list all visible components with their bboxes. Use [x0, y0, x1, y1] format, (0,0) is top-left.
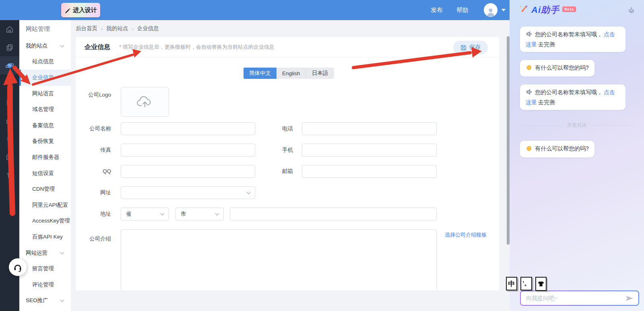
sidebar-title: 网站管理	[19, 20, 71, 38]
sidebar-item-mail-server[interactable]: 邮件服务器	[19, 149, 71, 165]
home-icon[interactable]	[0, 20, 19, 38]
sidebar-item-messages[interactable]: 留言管理	[19, 261, 71, 277]
support-button[interactable]	[9, 258, 27, 276]
main-content: 后台首页 › 我的站点 › 企业信息 企业信息 * 填写企业信息后，更换模板时，…	[71, 20, 510, 311]
chevron-down-icon[interactable]	[502, 9, 506, 11]
wave-hand-icon	[526, 64, 533, 73]
pencil-icon	[64, 7, 70, 13]
breadcrumb-home[interactable]: 后台首页	[76, 25, 97, 32]
breadcrumb: 后台首页 › 我的站点 › 企业信息	[71, 20, 510, 37]
briefcase-icon[interactable]	[0, 112, 19, 130]
tab-simplified-chinese[interactable]: 简体中文	[244, 68, 277, 79]
company-intro-label: 公司介绍	[76, 233, 111, 245]
help-button[interactable]: 帮助	[456, 6, 469, 14]
sidebar-item-company-info[interactable]: 企业信息	[19, 70, 71, 86]
chevron-down-icon	[60, 298, 64, 302]
megaphone-icon	[526, 89, 533, 98]
enter-design-label: 进入设计	[73, 6, 97, 14]
topbar: 进入设计 发布 帮助	[0, 0, 510, 20]
company-intro-textarea[interactable]	[121, 229, 437, 290]
ai-input-bar	[520, 290, 639, 306]
save-button[interactable]: 保存	[453, 41, 488, 54]
send-icon[interactable]	[625, 295, 638, 301]
company-logo-label: 公司Logo	[76, 89, 111, 101]
cart-icon[interactable]	[0, 75, 19, 93]
ai-question-input[interactable]	[521, 295, 625, 301]
save-icon	[460, 45, 466, 51]
logo-upload-box[interactable]	[121, 87, 169, 117]
ai-logo: Ai助手 Beta	[519, 4, 576, 16]
website-select[interactable]	[121, 186, 255, 199]
ai-message: 有什么可以帮您的吗?	[520, 141, 594, 157]
ime-skin-button[interactable]	[535, 277, 547, 291]
terminal-icon[interactable]	[0, 148, 19, 166]
address-label: 地址	[76, 208, 111, 220]
publish-button[interactable]: 发布	[431, 6, 443, 14]
breadcrumb-my-site[interactable]: 我的站点	[106, 25, 128, 32]
globe-icon[interactable]	[0, 56, 19, 74]
website-label: 网址	[76, 186, 111, 199]
person-icon	[485, 6, 496, 17]
chevron-down-icon	[215, 212, 219, 216]
intro-template-link[interactable]: 选择公司介绍模板	[445, 231, 487, 239]
company-name-label: 公司名称	[76, 122, 111, 135]
tab-english[interactable]: English	[277, 68, 306, 79]
card-note: * 填写企业信息后，更换模板时，会自动替换为当前站点的企业信息	[119, 43, 275, 51]
sidebar-item-aliyun-api[interactable]: 阿里云API配置	[19, 197, 71, 213]
magic-wand-icon	[519, 4, 529, 14]
phone-input[interactable]	[302, 122, 437, 135]
fax-input[interactable]	[121, 144, 255, 157]
pages-icon[interactable]	[0, 38, 19, 56]
ai-panel-header: Ai助手 Beta	[510, 0, 644, 20]
sidebar-item-backup[interactable]: 备份恢复	[19, 134, 71, 150]
email-label: 邮箱	[261, 165, 293, 178]
sidebar: 网站管理 我的站点 站点信息 企业信息 网站语言 域名管理 备案信息 备份恢复 …	[19, 20, 71, 311]
main-scrollbar[interactable]	[507, 36, 510, 245]
sidebar-item-sms[interactable]: 短信设置	[19, 165, 71, 181]
chevron-down-icon	[247, 190, 251, 194]
cloud-upload-icon	[136, 95, 153, 108]
sidebar-item-seo[interactable]: SEO推广	[19, 293, 71, 309]
company-name-input[interactable]	[121, 122, 255, 135]
sidebar-item-my-site[interactable]: 我的站点	[19, 38, 71, 54]
trash-icon[interactable]	[0, 166, 19, 184]
email-input[interactable]	[302, 165, 437, 178]
tab-japanese[interactable]: 日本語	[306, 68, 334, 79]
sidebar-item-comments[interactable]: 评论管理	[19, 277, 71, 293]
sidebar-item-site-language[interactable]: 网站语言	[19, 86, 71, 102]
enter-design-button[interactable]: 进入设计	[61, 3, 100, 17]
ai-message: 您的公司名称暂未填写哦，点击这里去完善	[520, 27, 625, 52]
chevron-down-icon	[60, 250, 64, 254]
history-divider: 历史对话	[520, 122, 634, 129]
chevron-down-icon	[161, 212, 165, 216]
breadcrumb-company-info: 企业信息	[137, 25, 159, 32]
fax-label: 传真	[76, 144, 111, 157]
sidebar-item-domain[interactable]: 域名管理	[19, 101, 71, 117]
ai-message: 有什么可以帮您的吗?	[520, 60, 594, 76]
province-select[interactable]: 省	[121, 208, 169, 220]
ai-message: 您的公司名称暂未填写哦，点击这里去完善	[520, 84, 625, 110]
sidebar-item-accesskey[interactable]: AccessKey管理	[19, 213, 71, 229]
ime-language-mode[interactable]: 中	[506, 277, 517, 290]
avatar[interactable]	[484, 3, 497, 17]
ime-punctuation-mode[interactable]: ’。	[520, 277, 532, 290]
card-header: 企业信息 * 填写企业信息后，更换模板时，会自动替换为当前站点的企业信息 保存	[76, 37, 499, 58]
page-title: 企业信息	[85, 43, 110, 51]
city-select[interactable]: 市	[175, 208, 224, 220]
clear-chat-icon[interactable]	[627, 6, 635, 14]
gear-icon[interactable]	[0, 130, 19, 148]
user-menu[interactable]	[484, 3, 506, 17]
sidebar-item-site-ops[interactable]: 网站运营	[19, 245, 71, 261]
sidebar-item-cdn[interactable]: CDN管理	[19, 181, 71, 197]
mobile-input[interactable]	[302, 144, 437, 157]
sidebar-item-site-info[interactable]: 站点信息	[19, 54, 71, 70]
address-detail-input[interactable]	[230, 208, 437, 220]
sidebar-item-bailian-key[interactable]: 百炼API Key	[19, 229, 71, 245]
list-icon[interactable]	[0, 93, 19, 111]
qq-label: QQ	[76, 165, 111, 178]
sidebar-item-icp[interactable]: 备案信息	[19, 117, 71, 134]
wave-hand-icon	[526, 145, 533, 154]
mobile-label: 手机	[261, 144, 293, 157]
ai-assistant-panel: Ai助手 Beta 您的公司名称暂未填写哦，点击这里去完善 有什么可以帮您的吗?…	[510, 0, 644, 311]
qq-input[interactable]	[121, 165, 255, 178]
